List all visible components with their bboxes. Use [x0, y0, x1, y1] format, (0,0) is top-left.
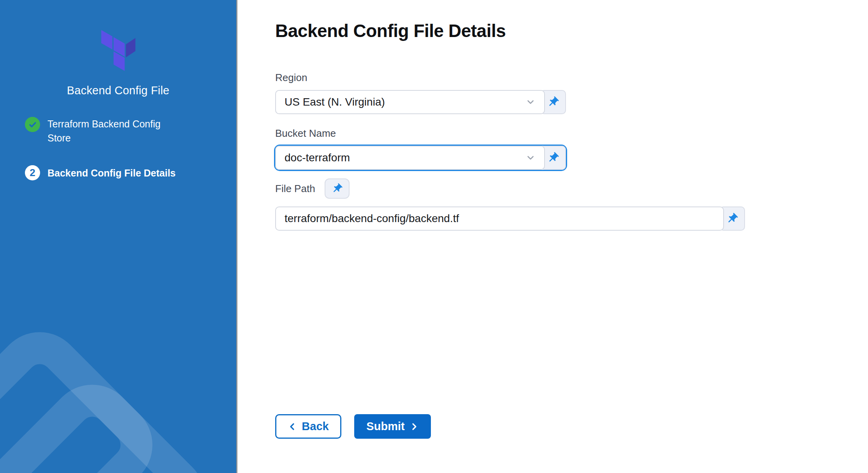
action-buttons: Back Submit [275, 414, 431, 439]
file-path-input-group [275, 206, 745, 231]
pin-icon [544, 93, 562, 111]
pin-icon [544, 149, 562, 166]
file-path-pin-button[interactable] [325, 178, 350, 199]
step-label: Terraform Backend Config Store [47, 117, 184, 145]
region-field: Region US East (N. Virginia) [275, 71, 566, 114]
check-icon [28, 120, 37, 129]
region-select[interactable]: US East (N. Virginia) [275, 90, 545, 114]
wizard-screen: Backend Config File Terraform Backend Co… [0, 0, 868, 473]
back-button[interactable]: Back [275, 414, 341, 439]
file-path-input[interactable] [275, 206, 724, 231]
terraform-logo-icon [101, 30, 135, 71]
sidebar: Backend Config File Terraform Backend Co… [0, 0, 237, 473]
bucket-name-select[interactable]: doc-terraform [275, 146, 545, 170]
chevron-right-icon [409, 422, 419, 431]
step-number-badge: 2 [25, 165, 40, 180]
bucket-name-field: Bucket Name doc-terraform [275, 127, 566, 170]
chevron-left-icon [288, 422, 297, 431]
file-path-field: File Path [275, 178, 745, 231]
back-button-label: Back [302, 420, 329, 433]
step-completed-badge [25, 117, 40, 132]
step-backend-config-file-details[interactable]: 2 Backend Config File Details [25, 165, 176, 180]
file-path-label-row: File Path [275, 178, 745, 199]
region-input-group: US East (N. Virginia) [275, 90, 566, 114]
chevron-down-icon [525, 97, 536, 107]
step-terraform-backend-config-store[interactable]: Terraform Backend Config Store [25, 117, 184, 145]
bucket-name-label: Bucket Name [275, 127, 566, 139]
bucket-name-select-value: doc-terraform [285, 152, 350, 164]
wizard-title: Backend Config File [0, 84, 236, 97]
region-select-value: US East (N. Virginia) [285, 96, 385, 108]
submit-button-label: Submit [366, 420, 404, 433]
pin-icon [329, 180, 345, 197]
file-path-label: File Path [275, 182, 315, 195]
main-panel: Backend Config File Details Region US Ea… [237, 0, 868, 473]
watermark-shape [0, 367, 223, 473]
page-title: Backend Config File Details [275, 20, 506, 41]
step-label: Backend Config File Details [47, 166, 176, 180]
bucket-name-input-group: doc-terraform [275, 146, 566, 170]
pin-icon [723, 210, 741, 227]
submit-button[interactable]: Submit [354, 414, 431, 439]
chevron-down-icon [525, 153, 536, 163]
watermark-shape [0, 314, 170, 473]
region-label: Region [275, 71, 566, 84]
